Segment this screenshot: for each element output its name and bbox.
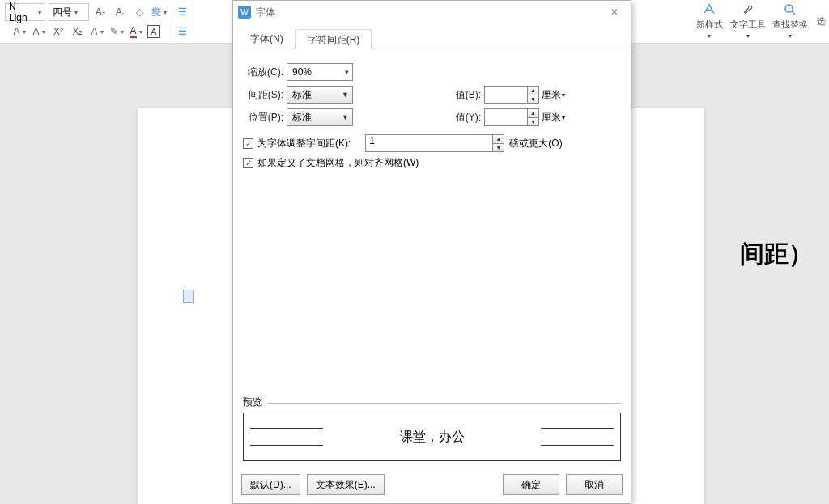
default-button[interactable]: 默认(D)...: [241, 474, 300, 495]
value-y-spinner[interactable]: ▲▼: [484, 108, 539, 126]
font-color-icon[interactable]: A▾: [128, 23, 144, 40]
close-button[interactable]: ✕: [603, 3, 626, 21]
numbering-icon[interactable]: ☰: [175, 23, 191, 40]
spacing-label: 间距(S):: [243, 88, 283, 102]
svg-point-0: [785, 5, 793, 12]
value-b-unit[interactable]: 厘米▾: [542, 88, 565, 102]
font-name-combo[interactable]: N Ligh▾: [5, 3, 45, 21]
value-b-spinner[interactable]: ▲▼: [484, 86, 539, 104]
dialog-title: 字体: [256, 6, 603, 19]
position-label: 位置(P):: [243, 111, 283, 125]
char-border-icon[interactable]: A: [147, 25, 160, 38]
tab-char-spacing[interactable]: 字符间距(R): [295, 29, 372, 49]
subscript-icon[interactable]: X₂: [70, 23, 86, 40]
scale-label: 缩放(C):: [243, 66, 283, 79]
dialog-tabs: 字体(N) 字符间距(R): [233, 28, 631, 49]
highlight-icon[interactable]: ✎▾: [108, 23, 125, 40]
snap-grid-checkbox[interactable]: ✓: [243, 158, 253, 168]
ribbon-font-group: N Ligh▾ 四号▾ A+ A- ◇ 燮▾ A▾ A▾ X² X₂ A▾ ✎▾…: [0, 0, 172, 44]
spacing-combo[interactable]: 标准▼: [287, 86, 353, 104]
strikethrough-icon[interactable]: A▾: [31, 23, 47, 40]
text-tools-button[interactable]: 文字工具▾: [729, 0, 767, 42]
cancel-button[interactable]: 取消: [566, 474, 623, 495]
position-combo[interactable]: 标准▼: [287, 108, 353, 126]
select-button[interactable]: 选: [813, 0, 829, 42]
new-style-button[interactable]: 新样式▾: [690, 0, 729, 42]
bullets-icon[interactable]: ☰: [175, 4, 191, 20]
font-dialog: W 字体 ✕ 字体(N) 字符间距(R) 缩放(C): 90%▾ 间距(S): …: [232, 0, 631, 504]
decrease-font-icon[interactable]: A-: [112, 4, 128, 20]
text-effect-button[interactable]: 文本效果(E)...: [307, 474, 385, 495]
kerning-checkbox[interactable]: ✓: [243, 138, 253, 149]
wrench-icon: [741, 2, 755, 17]
preview-label: 预览: [243, 396, 621, 409]
app-icon: W: [238, 6, 251, 19]
snap-grid-label: 如果定义了文档网格，则对齐网格(W): [257, 156, 419, 170]
search-icon: [783, 2, 797, 17]
preview-box: 课堂，办公: [243, 413, 621, 461]
kerning-suffix: 磅或更大(O): [509, 137, 562, 150]
dialog-footer: 默认(D)... 文本效果(E)... 确定 取消: [233, 468, 631, 503]
value-y-label: 值(Y):: [450, 111, 481, 125]
preview-text: 课堂，办公: [400, 429, 465, 446]
find-replace-button[interactable]: 查找替换▾: [767, 0, 813, 42]
clear-format-icon[interactable]: ◇: [131, 4, 147, 20]
text-effects-icon[interactable]: A▾: [89, 23, 105, 40]
superscript-icon[interactable]: X²: [50, 23, 66, 40]
phonetic-guide-icon[interactable]: 燮▾: [151, 4, 167, 20]
dialog-titlebar: W 字体 ✕: [233, 1, 631, 23]
value-y-unit[interactable]: 厘米▾: [542, 111, 565, 125]
scale-combo[interactable]: 90%▾: [287, 63, 353, 81]
document-visible-text: 间距）: [740, 238, 813, 271]
tab-font[interactable]: 字体(N): [238, 28, 295, 49]
char-kerning-icon[interactable]: A▾: [11, 23, 28, 40]
font-size-combo[interactable]: 四号▾: [49, 3, 89, 21]
ok-button[interactable]: 确定: [503, 474, 559, 495]
value-b-label: 值(B):: [450, 88, 481, 102]
dialog-body: 缩放(C): 90%▾ 间距(S): 标准▼ 值(B): ▲▼ 厘米▾ 位置(P…: [233, 49, 631, 468]
ribbon-list-group: ☰ ☰: [172, 0, 193, 44]
kerning-spinner[interactable]: 1 ▲▼: [365, 134, 504, 152]
kerning-label: 为字体调整字间距(K):: [257, 137, 351, 150]
increase-font-icon[interactable]: A+: [92, 4, 108, 20]
new-style-icon: [702, 2, 716, 17]
page-marker-icon: [183, 290, 194, 303]
